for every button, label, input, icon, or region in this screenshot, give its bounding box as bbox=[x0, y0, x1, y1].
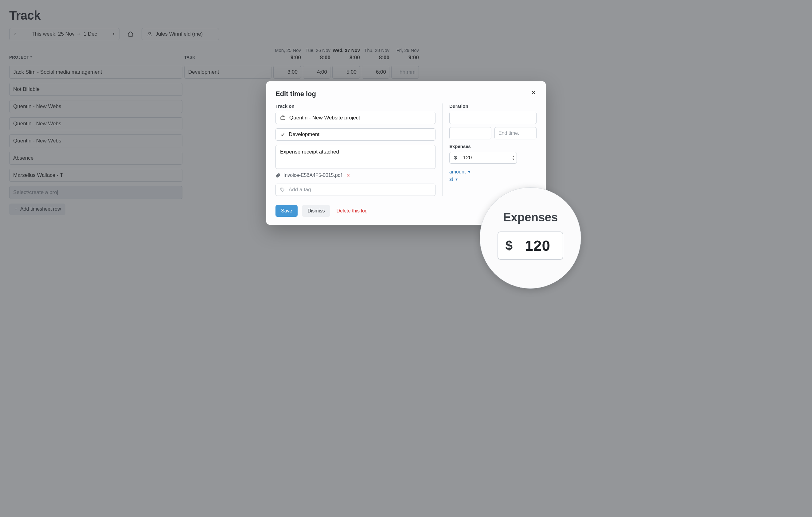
duration-label: Duration bbox=[449, 103, 536, 109]
expenses-label: Expenses bbox=[449, 144, 536, 149]
duration-input[interactable] bbox=[449, 112, 536, 124]
tag-icon bbox=[280, 187, 285, 192]
expense-amount-input[interactable]: $ 120 ▲▼ bbox=[449, 152, 517, 164]
svg-point-6 bbox=[281, 188, 282, 189]
close-button[interactable] bbox=[529, 88, 538, 97]
tag-input[interactable]: Add a tag... bbox=[276, 184, 435, 196]
amount-link-text: amount bbox=[449, 169, 466, 175]
modal-overlay[interactable]: Edit time log Track on Quentin - New Web… bbox=[0, 0, 812, 517]
task-value: Development bbox=[289, 131, 319, 138]
caret-down-icon: ▼ bbox=[455, 178, 458, 181]
magnifier-value: 120 bbox=[525, 237, 550, 254]
magnifier-currency: $ bbox=[505, 238, 513, 253]
modal-title: Edit time log bbox=[276, 90, 536, 98]
attachment-name[interactable]: Invoice-E56A4F5-0015.pdf bbox=[284, 173, 342, 178]
amount-link[interactable]: amount ▼ bbox=[449, 169, 536, 175]
start-time-input[interactable] bbox=[449, 127, 491, 140]
attachment-row: Invoice-E56A4F5-0015.pdf bbox=[276, 173, 435, 178]
magnifier: Expenses $ 120 bbox=[480, 187, 581, 288]
caret-down-icon: ▼ bbox=[467, 170, 471, 174]
svg-rect-3 bbox=[281, 117, 285, 120]
save-button[interactable]: Save bbox=[276, 205, 298, 217]
project-value: Quentin - New Website project bbox=[289, 115, 360, 121]
stepper-knobs[interactable]: ▲▼ bbox=[510, 152, 517, 163]
modal-right-column: Duration End time. Expenses $ 120 ▲▼ amo… bbox=[442, 103, 536, 196]
cost-link-text: st bbox=[449, 177, 453, 182]
note-input[interactable]: Expense receipt attached bbox=[276, 145, 435, 169]
tag-placeholder: Add a tag... bbox=[289, 187, 315, 193]
modal-left-column: Track on Quentin - New Website project D… bbox=[276, 103, 442, 196]
task-select[interactable]: Development bbox=[276, 128, 435, 141]
delete-log-button[interactable]: Delete this log bbox=[335, 205, 369, 217]
paperclip-icon bbox=[276, 173, 281, 178]
cost-link[interactable]: st ▼ bbox=[449, 177, 536, 182]
magnifier-label: Expenses bbox=[503, 211, 558, 224]
briefcase-icon bbox=[280, 115, 286, 121]
magnifier-field: $ 120 bbox=[497, 232, 563, 260]
check-icon bbox=[280, 132, 285, 137]
currency-symbol: $ bbox=[450, 155, 461, 161]
end-time-input[interactable]: End time. bbox=[494, 127, 536, 140]
project-select[interactable]: Quentin - New Website project bbox=[276, 112, 435, 124]
expense-value: 120 bbox=[461, 155, 510, 161]
remove-attachment-button[interactable] bbox=[346, 174, 350, 178]
edit-time-log-modal: Edit time log Track on Quentin - New Web… bbox=[266, 81, 546, 225]
dismiss-button[interactable]: Dismiss bbox=[302, 205, 330, 217]
note-value: Expense receipt attached bbox=[280, 149, 339, 155]
track-on-label: Track on bbox=[276, 103, 435, 109]
